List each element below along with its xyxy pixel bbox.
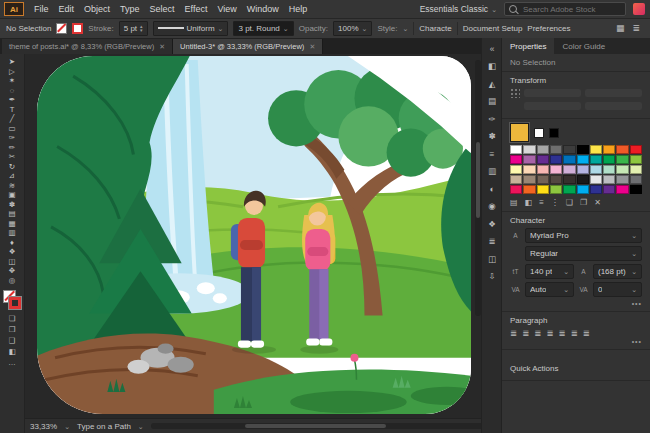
swatch[interactable]	[510, 185, 522, 194]
swatch[interactable]	[537, 175, 549, 184]
blend-tool[interactable]: ❖	[1, 247, 23, 257]
stroke-color-box[interactable]	[9, 297, 21, 309]
swatch[interactable]	[510, 145, 522, 154]
menu-item[interactable]: Type	[115, 4, 145, 14]
swatch[interactable]	[603, 185, 615, 194]
swatch[interactable]	[550, 165, 562, 174]
horizontal-scrollbar[interactable]	[151, 423, 487, 429]
swatch[interactable]	[603, 145, 615, 154]
swatch-kinds-icon[interactable]: ≡	[539, 198, 544, 207]
swatch[interactable]	[577, 175, 589, 184]
swatch[interactable]	[603, 155, 615, 164]
chevron-down-icon[interactable]: ⌄	[138, 423, 144, 430]
fill-stroke-indicator[interactable]	[3, 290, 21, 309]
mesh-tool[interactable]: ▦	[1, 219, 23, 229]
delete-swatch-icon[interactable]: ✕	[594, 198, 601, 207]
align-center-icon[interactable]: ≣	[522, 328, 529, 338]
search-input[interactable]	[521, 4, 621, 15]
artboard-artwork[interactable]	[37, 56, 471, 414]
stroke-color-chip[interactable]	[72, 23, 83, 34]
more-options-button[interactable]: •••	[510, 300, 642, 307]
swatches-panel-icon[interactable]: ▤	[484, 95, 500, 108]
more-options-button[interactable]: •••	[510, 338, 642, 345]
zoom-level[interactable]: 33,33%	[30, 422, 57, 431]
swatch[interactable]	[590, 165, 602, 174]
align-left-icon[interactable]: ≣	[510, 328, 517, 338]
menu-item[interactable]: Select	[145, 4, 180, 14]
scale-tool[interactable]: ⊿	[1, 171, 23, 181]
leading-select[interactable]: (168 pt) ⌄	[593, 264, 642, 279]
fill-none-chip[interactable]	[56, 23, 67, 34]
lasso-tool[interactable]: ◌	[1, 86, 23, 96]
swatch-libraries-icon[interactable]: ▤	[510, 198, 518, 207]
justify-center-icon[interactable]: ≣	[559, 328, 566, 338]
selection-tool[interactable]: ➤	[1, 57, 23, 67]
zoom-tool[interactable]: ◎	[1, 276, 23, 286]
color-guide-panel-icon[interactable]: ◭	[484, 77, 500, 90]
close-icon[interactable]: ✕	[159, 43, 165, 51]
swatch[interactable]	[523, 165, 535, 174]
swatch[interactable]	[603, 165, 615, 174]
swatch[interactable]	[537, 185, 549, 194]
draw-behind-mode-icon[interactable]: ❐	[1, 324, 23, 335]
swatch[interactable]	[510, 175, 522, 184]
swatch[interactable]	[510, 155, 522, 164]
paintbrush-tool[interactable]: ✑	[1, 133, 23, 143]
type-tool[interactable]: T	[1, 105, 23, 115]
stroke-weight-dropdown[interactable]: 5 pt ▴▾	[119, 21, 148, 36]
adobe-stock-icon[interactable]	[633, 3, 645, 15]
gradient-tool[interactable]: ▥	[1, 228, 23, 238]
draw-normal-mode-icon[interactable]: ❏	[1, 313, 23, 324]
swatch[interactable]	[630, 175, 642, 184]
draw-inside-mode-icon[interactable]: ❑	[1, 335, 23, 346]
swatch[interactable]	[590, 175, 602, 184]
swatch[interactable]	[537, 145, 549, 154]
tracking-select[interactable]: 0 ⌄	[593, 282, 642, 297]
swatch[interactable]	[630, 155, 642, 164]
swatch[interactable]	[577, 145, 589, 154]
swatch[interactable]	[523, 145, 535, 154]
document-setup-button[interactable]: Document Setup	[463, 24, 523, 33]
swatch[interactable]	[537, 165, 549, 174]
swatch[interactable]	[616, 165, 628, 174]
justify-left-icon[interactable]: ≣	[546, 328, 553, 338]
chevron-down-icon[interactable]: ⌄	[64, 423, 70, 430]
swatch[interactable]	[537, 155, 549, 164]
hand-tool[interactable]: ✥	[1, 266, 23, 276]
fill-color-swatch[interactable]	[510, 123, 529, 142]
rotate-tool[interactable]: ↻	[1, 162, 23, 172]
expand-panels-icon[interactable]: «	[484, 42, 500, 55]
magic-wand-tool[interactable]: ✶	[1, 76, 23, 86]
pen-tool[interactable]: ✒	[1, 95, 23, 105]
arrange-documents-icon[interactable]: ▦	[616, 23, 625, 33]
symbol-sprayer-tool[interactable]: ✽	[1, 200, 23, 210]
pencil-tool[interactable]: ✏	[1, 143, 23, 153]
font-style-select[interactable]: Regular ⌄	[525, 246, 642, 261]
swatch[interactable]	[590, 185, 602, 194]
swatch[interactable]	[550, 185, 562, 194]
swatch[interactable]	[563, 165, 575, 174]
eyedropper-tool[interactable]: ♦	[1, 238, 23, 248]
white-swatch[interactable]	[534, 128, 544, 138]
screen-mode-icon[interactable]: ◧	[1, 346, 23, 357]
column-graph-tool[interactable]: ▤	[1, 209, 23, 219]
control-menu-icon[interactable]: ≣	[632, 23, 640, 33]
swatch[interactable]	[523, 175, 535, 184]
free-transform-tool[interactable]: ▣	[1, 190, 23, 200]
document-tab[interactable]: theme of posts.ai* @ 8,33% (RGB/Preview)…	[2, 39, 173, 54]
width-tool[interactable]: ≋	[1, 181, 23, 191]
close-icon[interactable]: ✕	[309, 43, 315, 51]
transparency-panel-icon[interactable]: ◐	[484, 182, 500, 195]
swatch[interactable]	[577, 165, 589, 174]
rectangle-tool[interactable]: ▭	[1, 124, 23, 134]
app-logo[interactable]: Ai	[4, 2, 24, 16]
swatch[interactable]	[590, 145, 602, 154]
swatch[interactable]	[550, 145, 562, 154]
swatch[interactable]	[523, 155, 535, 164]
swatch[interactable]	[550, 155, 562, 164]
document-tab[interactable]: Untitled-3* @ 33,33% (RGB/Preview) ✕	[173, 39, 323, 54]
artboard-tool[interactable]: ◫	[1, 257, 23, 267]
swatch[interactable]	[523, 185, 535, 194]
asset-export-panel-icon[interactable]: ⇩	[484, 270, 500, 283]
graphic-styles-panel-icon[interactable]: ❖	[484, 217, 500, 230]
